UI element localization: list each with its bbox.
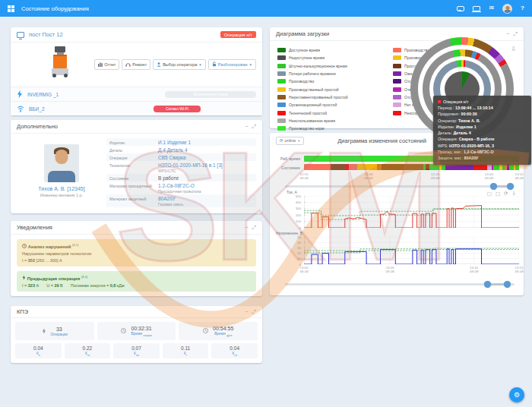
legend-item: Нерегламентированный простой <box>277 93 393 101</box>
series-Допуск низ <box>304 210 519 220</box>
detail-label: Операция: <box>109 155 158 160</box>
kpi-tile[interactable]: 00:32:31Время сварки <box>97 322 176 340</box>
expand-icon[interactable]: ⤢ <box>513 31 518 37</box>
operator-role: Инженер-механик 1 р. <box>17 193 106 197</box>
top-nav: Состояние оборудования ✉ ? <box>0 0 532 17</box>
detail-row: Состояние:В работе <box>106 174 256 181</box>
kpi-coefficient[interactable]: 0.04Кпз <box>211 343 258 358</box>
timeline-range-slider[interactable] <box>285 183 515 190</box>
settings-fab[interactable]: ⚙ <box>509 387 524 402</box>
menu-grid-icon[interactable] <box>8 5 14 12</box>
detail-value: 1.2-Св-08Г2С-ОПрисадочная проволока <box>158 183 201 194</box>
series-Напряжение <box>304 249 519 264</box>
machine-image <box>50 46 70 83</box>
action-button[interactable]: Выбор оператора▼ <box>153 59 206 70</box>
tooltip-row: Присад. мат.: 1,2-Св-08Г2С-О <box>438 149 527 155</box>
equipment-name[interactable]: ВБИ_2 <box>29 106 45 112</box>
slider-handle[interactable] <box>490 183 497 190</box>
unlock-icon <box>212 62 217 68</box>
online-select[interactable]: ⟳online▼ <box>276 137 304 145</box>
chart-range-slider[interactable] <box>285 281 515 288</box>
legend-item: Производство <box>277 77 393 85</box>
legend-swatch <box>277 103 286 107</box>
bolt-icon <box>22 275 26 280</box>
legend-item: Доступное время <box>277 46 393 54</box>
axis-tick: 12:3009-08 <box>364 173 372 180</box>
y-tick-label: 100 <box>296 219 301 223</box>
state-timeline-bar[interactable] <box>304 164 519 170</box>
details-rows: Изделие:И.1 Изделие 1Деталь:Д.4 Деталь 4… <box>106 138 256 207</box>
timeline-segment <box>304 164 331 170</box>
repair-icon <box>125 62 131 68</box>
kpi-coefficient[interactable]: 0.07Коп <box>113 343 160 358</box>
detail-label: Состояние: <box>109 175 158 181</box>
tooltip-header: Операция н/т <box>438 99 527 105</box>
detail-label: Материал защитный: <box>109 196 158 201</box>
y-tick-label: 0 <box>299 226 301 230</box>
axis-tick: 12:4509-08 <box>431 173 439 180</box>
legend-swatch <box>393 71 401 76</box>
refresh-icon: ⟳ <box>280 138 283 143</box>
mail-icon[interactable]: ✉ <box>489 0 494 17</box>
action-button[interactable]: Ремонт <box>122 59 150 70</box>
chevron-down-icon: ▼ <box>198 63 201 67</box>
collapse-icon[interactable]: − <box>245 124 248 130</box>
kpi-small-row: 0.04Кв0.22Кго0.07Коп0.11Кг0.04Кпз <box>15 343 258 358</box>
operator-name[interactable]: Тихов А. В. [12345] <box>17 186 106 191</box>
equipment-row[interactable]: ВБИ_2 Сигнал Wi-Fi <box>11 101 262 115</box>
detail-row: Изделие:И.1 Изделие 1 <box>106 138 256 146</box>
kpi-coefficient[interactable]: 0.04Кв <box>15 343 62 358</box>
line-chart-axis: 13:0009-0813:0509-0813:1009-0813:1509-08 <box>304 267 519 275</box>
y-tick-label: 20 <box>297 251 301 255</box>
action-button[interactable]: Отчет <box>94 59 119 70</box>
post-link[interactable]: пост Пост 12 <box>29 31 63 38</box>
detail-sub: Присадочная проволока <box>158 189 201 194</box>
avatar[interactable] <box>502 4 512 14</box>
kpi-coefficient[interactable]: 0.22Кго <box>65 343 111 358</box>
expand-icon[interactable]: ⤢ <box>252 309 256 315</box>
chat-icon[interactable] <box>457 6 464 11</box>
collapse-icon[interactable]: − <box>245 225 248 231</box>
laptop-icon[interactable] <box>473 6 480 11</box>
action-button[interactable]: Разблокирован▼ <box>208 59 256 70</box>
help-icon[interactable]: ? <box>521 0 524 17</box>
legend-item: Технический простой <box>277 109 393 116</box>
kpi-tile[interactable]: 00:54:55Время дуги <box>179 322 258 340</box>
post-card: пост Пост 12 Операция н/т ОтчетРемонтВыб… <box>11 27 262 115</box>
kpi-coefficient[interactable]: 0.11Кг <box>163 343 209 358</box>
slider-handle[interactable] <box>484 281 491 288</box>
equipment-name[interactable]: INVERMIG _1 <box>27 92 59 97</box>
warning-alert-text: Нарушение параметров технологии <box>22 251 251 256</box>
timeline-segment <box>349 164 356 170</box>
detail-sub: WPS/СПС <box>158 169 223 173</box>
gear-icon: ⚙ <box>514 391 520 399</box>
legend-swatch <box>277 48 286 52</box>
timeline-segment <box>429 164 439 170</box>
warning-alert-title: Анализ нарушений (3.1) <box>22 243 251 249</box>
timeline-segment <box>382 164 423 170</box>
wifi-icon <box>17 105 24 112</box>
legend-swatch <box>277 118 286 123</box>
slider-handle[interactable] <box>504 281 511 288</box>
tooltip-row: Деталь: Деталь 4 <box>438 130 527 136</box>
tooltip-row: Оператор: Тихов А. В. <box>438 118 527 124</box>
voltage-chart[interactable]: 01020304050 <box>304 237 519 267</box>
y-tick-label: 30 <box>297 246 301 250</box>
collapse-icon[interactable]: − <box>245 309 248 315</box>
legend-swatch <box>277 87 286 92</box>
detail-label: Технология: <box>109 162 158 168</box>
legend-swatch <box>277 126 286 131</box>
expand-icon[interactable]: ⤢ <box>252 225 256 231</box>
equipment-row[interactable]: INVERMIG _1 Выполнение плана <box>11 87 262 101</box>
card-title: Дополнительно <box>17 123 58 130</box>
expand-icon[interactable]: ⤢ <box>252 124 256 130</box>
success-alert: Предыдущая операция (3.1) I = 323 АU = 2… <box>17 271 256 292</box>
y-tick-label: 200 <box>296 213 301 217</box>
legend-item: Организационный простой <box>277 101 393 109</box>
slider-handle[interactable] <box>507 183 514 190</box>
collapse-icon[interactable]: − <box>506 31 509 37</box>
post-actions: ОтчетРемонтВыбор оператора▼Разблокирован… <box>94 59 256 70</box>
current-chart[interactable]: 0100200300400500 <box>304 196 519 231</box>
kpi-tile[interactable]: 33Операции <box>15 322 94 340</box>
detail-label: Изделие: <box>109 140 158 145</box>
